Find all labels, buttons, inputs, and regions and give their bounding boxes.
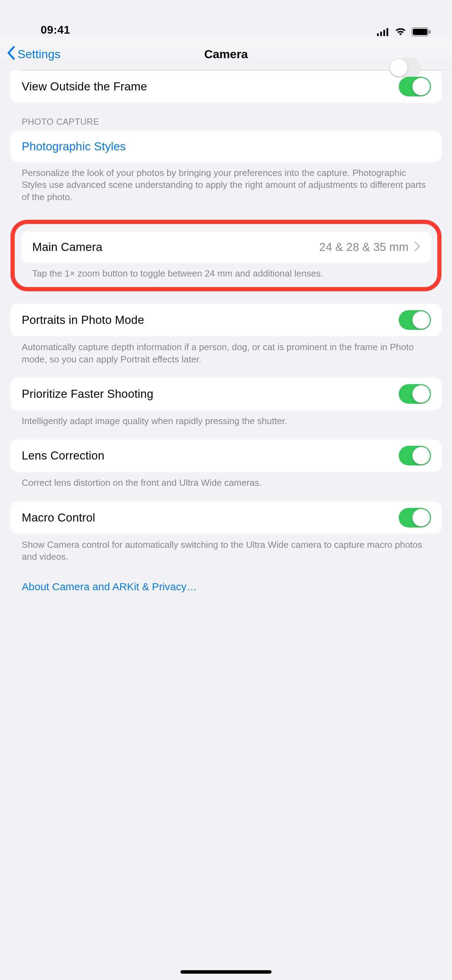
svg-rect-3	[387, 28, 388, 36]
toggle-view-outside-frame[interactable]	[399, 77, 431, 96]
status-bar: 09:41	[0, 0, 452, 38]
row-view-outside-frame[interactable]: View Outside the Frame	[11, 70, 441, 103]
status-time: 09:41	[21, 24, 70, 37]
row-label: Prioritize Faster Shooting	[22, 387, 153, 401]
row-lens-correction[interactable]: Lens Correction	[11, 439, 441, 472]
chevron-left-icon	[6, 46, 16, 63]
svg-rect-0	[377, 33, 379, 36]
row-faster-shooting[interactable]: Prioritize Faster Shooting	[11, 378, 441, 410]
footer-portraits: Automatically capture depth information …	[11, 336, 441, 365]
nav-bar: Settings Camera	[0, 38, 452, 70]
privacy-link[interactable]: About Camera and ARKit & Privacy…	[11, 563, 441, 593]
svg-rect-2	[383, 30, 385, 36]
toggle-portraits[interactable]	[399, 310, 431, 330]
back-label: Settings	[18, 47, 60, 61]
page-title: Camera	[0, 47, 452, 61]
home-indicator	[180, 970, 272, 974]
svg-rect-1	[380, 32, 382, 36]
row-label: Lens Correction	[22, 449, 104, 462]
footer-photographic-styles: Personalize the look of your photos by b…	[11, 162, 441, 203]
row-portraits-photo-mode[interactable]: Portraits in Photo Mode	[11, 304, 441, 336]
row-label: Portraits in Photo Mode	[22, 313, 144, 327]
row-photographic-styles[interactable]: Photographic Styles	[11, 131, 441, 162]
row-value: 24 & 28 & 35 mm	[319, 240, 411, 254]
toggle-faster-shooting[interactable]	[399, 384, 431, 404]
svg-rect-6	[429, 30, 431, 33]
footer-faster-shooting: Intelligently adapt image quality when r…	[11, 410, 441, 427]
toggle-lens-correction[interactable]	[399, 446, 431, 466]
section-header-photo-capture: Photo Capture	[11, 103, 441, 131]
status-icons	[377, 27, 431, 37]
highlight-main-camera: Main Camera 24 & 28 & 35 mm Tap the 1× z…	[11, 220, 441, 291]
row-label: Main Camera	[32, 240, 102, 254]
footer-macro-control: Show Camera control for automatically sw…	[11, 534, 441, 563]
footer-main-camera: Tap the 1× zoom button to toggle between…	[21, 262, 431, 279]
group-photographic-styles: Photographic Styles	[11, 131, 441, 162]
svg-rect-5	[413, 29, 428, 35]
row-label: Photographic Styles	[22, 140, 126, 153]
back-button[interactable]: Settings	[0, 46, 60, 63]
wifi-icon	[395, 28, 406, 36]
group-top: View Outside the Frame	[11, 70, 441, 103]
toggle-macro-control[interactable]	[399, 508, 431, 528]
row-main-camera[interactable]: Main Camera 24 & 28 & 35 mm	[21, 232, 431, 262]
settings-content: View Outside the Frame Photo Capture Pho…	[0, 70, 452, 593]
row-label: View Outside the Frame	[22, 80, 147, 93]
row-label: Macro Control	[22, 511, 95, 524]
cellular-icon	[377, 28, 390, 36]
chevron-right-icon	[414, 241, 420, 253]
battery-icon	[411, 27, 431, 37]
footer-lens-correction: Correct lens distortion on the front and…	[11, 472, 441, 488]
row-macro-control[interactable]: Macro Control	[11, 501, 441, 534]
